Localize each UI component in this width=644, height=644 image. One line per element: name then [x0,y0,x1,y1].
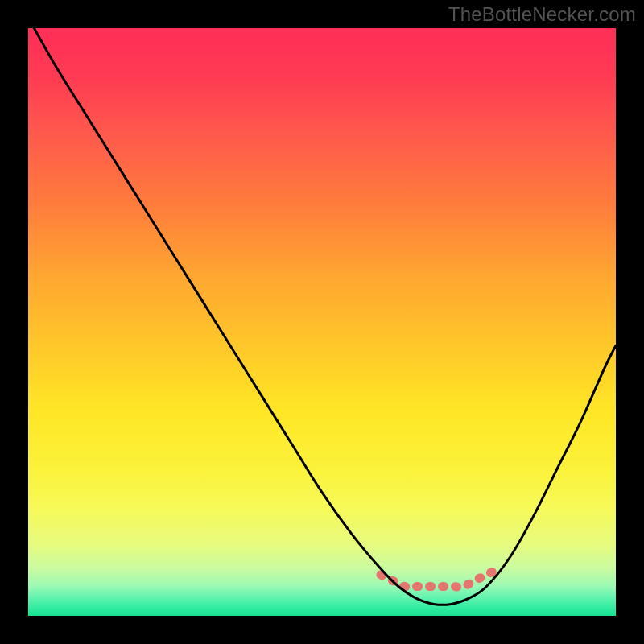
curve-svg [28,28,616,616]
chart-container: TheBottleNecker.com [0,0,644,644]
plot-area [28,28,616,616]
bottleneck-curve-line [34,28,616,605]
optimal-band-line [381,569,498,587]
watermark-text: TheBottleNecker.com [448,3,636,26]
